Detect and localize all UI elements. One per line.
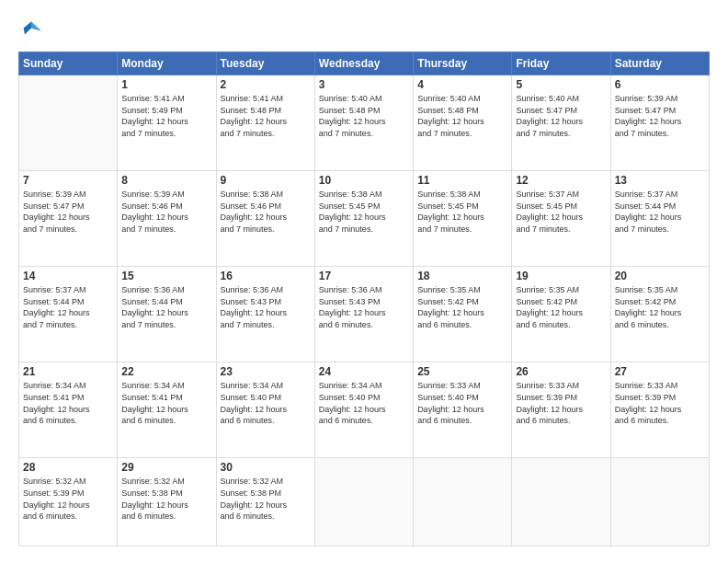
calendar-cell: 24Sunrise: 5:34 AM Sunset: 5:40 PM Dayli… (314, 362, 413, 458)
calendar-cell: 9Sunrise: 5:38 AM Sunset: 5:46 PM Daylig… (216, 171, 314, 267)
calendar-cell (314, 458, 413, 546)
day-info: Sunrise: 5:40 AM Sunset: 5:48 PM Dayligh… (319, 93, 409, 139)
day-info: Sunrise: 5:35 AM Sunset: 5:42 PM Dayligh… (417, 284, 507, 330)
day-info: Sunrise: 5:37 AM Sunset: 5:45 PM Dayligh… (516, 189, 606, 235)
day-number: 22 (121, 365, 211, 378)
calendar-cell (610, 458, 709, 546)
day-info: Sunrise: 5:34 AM Sunset: 5:41 PM Dayligh… (23, 380, 113, 426)
day-info: Sunrise: 5:34 AM Sunset: 5:41 PM Dayligh… (121, 380, 211, 426)
day-info: Sunrise: 5:33 AM Sunset: 5:40 PM Dayligh… (417, 380, 507, 426)
day-number: 27 (615, 365, 705, 378)
calendar-cell: 6Sunrise: 5:39 AM Sunset: 5:47 PM Daylig… (610, 75, 709, 171)
day-number: 3 (319, 78, 409, 91)
day-number: 2 (221, 78, 311, 91)
day-number: 19 (516, 270, 606, 282)
calendar-cell: 22Sunrise: 5:34 AM Sunset: 5:41 PM Dayli… (118, 362, 216, 458)
day-info: Sunrise: 5:39 AM Sunset: 5:47 PM Dayligh… (23, 189, 113, 235)
weekday-header-wednesday: Wednesday (314, 52, 413, 75)
day-number: 23 (221, 365, 311, 378)
weekday-header-thursday: Thursday (414, 52, 512, 75)
day-number: 9 (221, 174, 311, 187)
weekday-header-saturday: Saturday (610, 52, 709, 75)
day-number: 24 (319, 365, 409, 378)
day-number: 14 (23, 270, 113, 282)
day-number: 17 (319, 270, 409, 282)
calendar-cell: 21Sunrise: 5:34 AM Sunset: 5:41 PM Dayli… (19, 362, 118, 458)
calendar-cell: 5Sunrise: 5:40 AM Sunset: 5:47 PM Daylig… (512, 75, 610, 171)
day-number: 5 (516, 78, 606, 91)
day-info: Sunrise: 5:41 AM Sunset: 5:48 PM Dayligh… (221, 93, 311, 139)
weekday-header-friday: Friday (512, 52, 610, 75)
svg-marker-1 (31, 22, 41, 31)
day-info: Sunrise: 5:35 AM Sunset: 5:42 PM Dayligh… (516, 284, 606, 330)
calendar-week-4: 21Sunrise: 5:34 AM Sunset: 5:41 PM Dayli… (19, 362, 710, 458)
day-info: Sunrise: 5:36 AM Sunset: 5:43 PM Dayligh… (221, 284, 311, 330)
weekday-header-tuesday: Tuesday (216, 52, 314, 75)
calendar-cell: 11Sunrise: 5:38 AM Sunset: 5:45 PM Dayli… (414, 171, 512, 267)
calendar-cell: 14Sunrise: 5:37 AM Sunset: 5:44 PM Dayli… (19, 267, 118, 362)
calendar-cell (414, 458, 512, 546)
day-info: Sunrise: 5:41 AM Sunset: 5:49 PM Dayligh… (121, 93, 211, 139)
header (18, 17, 710, 42)
day-info: Sunrise: 5:37 AM Sunset: 5:44 PM Dayligh… (615, 189, 705, 235)
calendar-cell: 26Sunrise: 5:33 AM Sunset: 5:39 PM Dayli… (512, 362, 610, 458)
calendar-cell: 18Sunrise: 5:35 AM Sunset: 5:42 PM Dayli… (414, 267, 512, 362)
calendar-cell: 30Sunrise: 5:32 AM Sunset: 5:38 PM Dayli… (216, 458, 314, 546)
day-info: Sunrise: 5:33 AM Sunset: 5:39 PM Dayligh… (516, 380, 606, 426)
day-info: Sunrise: 5:36 AM Sunset: 5:44 PM Dayligh… (121, 284, 211, 330)
day-number: 1 (121, 78, 211, 91)
calendar-cell: 15Sunrise: 5:36 AM Sunset: 5:44 PM Dayli… (118, 267, 216, 362)
day-number: 28 (23, 461, 113, 474)
calendar-week-3: 14Sunrise: 5:37 AM Sunset: 5:44 PM Dayli… (19, 267, 710, 362)
logo (18, 17, 48, 42)
day-info: Sunrise: 5:34 AM Sunset: 5:40 PM Dayligh… (319, 380, 409, 426)
day-info: Sunrise: 5:32 AM Sunset: 5:39 PM Dayligh… (23, 476, 113, 522)
day-number: 26 (516, 365, 606, 378)
calendar-cell: 19Sunrise: 5:35 AM Sunset: 5:42 PM Dayli… (512, 267, 610, 362)
day-number: 10 (319, 174, 409, 187)
calendar-cell: 10Sunrise: 5:38 AM Sunset: 5:45 PM Dayli… (314, 171, 413, 267)
day-number: 8 (121, 174, 211, 187)
day-info: Sunrise: 5:37 AM Sunset: 5:44 PM Dayligh… (23, 284, 113, 330)
calendar-cell: 29Sunrise: 5:32 AM Sunset: 5:38 PM Dayli… (118, 458, 216, 546)
day-number: 29 (121, 461, 211, 474)
calendar-cell: 7Sunrise: 5:39 AM Sunset: 5:47 PM Daylig… (19, 171, 118, 267)
day-number: 13 (615, 174, 705, 187)
day-number: 21 (23, 365, 113, 378)
day-number: 4 (417, 78, 507, 91)
day-number: 18 (417, 270, 507, 282)
calendar-cell: 4Sunrise: 5:40 AM Sunset: 5:48 PM Daylig… (414, 75, 512, 171)
calendar-cell: 1Sunrise: 5:41 AM Sunset: 5:49 PM Daylig… (118, 75, 216, 171)
calendar-cell: 28Sunrise: 5:32 AM Sunset: 5:39 PM Dayli… (19, 458, 118, 546)
calendar-week-1: 1Sunrise: 5:41 AM Sunset: 5:49 PM Daylig… (19, 75, 710, 171)
calendar-cell: 17Sunrise: 5:36 AM Sunset: 5:43 PM Dayli… (314, 267, 413, 362)
day-info: Sunrise: 5:36 AM Sunset: 5:43 PM Dayligh… (319, 284, 409, 330)
calendar-table: SundayMondayTuesdayWednesdayThursdayFrid… (18, 52, 710, 546)
day-number: 30 (221, 461, 311, 474)
day-info: Sunrise: 5:39 AM Sunset: 5:47 PM Dayligh… (615, 93, 705, 139)
day-info: Sunrise: 5:40 AM Sunset: 5:47 PM Dayligh… (516, 93, 606, 139)
calendar-cell: 8Sunrise: 5:39 AM Sunset: 5:46 PM Daylig… (118, 171, 216, 267)
weekday-header-row: SundayMondayTuesdayWednesdayThursdayFrid… (19, 52, 710, 75)
day-number: 7 (23, 174, 113, 187)
day-number: 20 (615, 270, 705, 282)
calendar-cell: 2Sunrise: 5:41 AM Sunset: 5:48 PM Daylig… (216, 75, 314, 171)
calendar-cell: 12Sunrise: 5:37 AM Sunset: 5:45 PM Dayli… (512, 171, 610, 267)
day-info: Sunrise: 5:34 AM Sunset: 5:40 PM Dayligh… (221, 380, 311, 426)
day-info: Sunrise: 5:33 AM Sunset: 5:39 PM Dayligh… (615, 380, 705, 426)
day-info: Sunrise: 5:38 AM Sunset: 5:45 PM Dayligh… (417, 189, 507, 235)
day-number: 6 (615, 78, 705, 91)
calendar-cell (19, 75, 118, 171)
calendar-cell: 27Sunrise: 5:33 AM Sunset: 5:39 PM Dayli… (610, 362, 709, 458)
day-info: Sunrise: 5:32 AM Sunset: 5:38 PM Dayligh… (221, 476, 311, 522)
day-number: 12 (516, 174, 606, 187)
calendar-cell: 13Sunrise: 5:37 AM Sunset: 5:44 PM Dayli… (610, 171, 709, 267)
day-info: Sunrise: 5:40 AM Sunset: 5:48 PM Dayligh… (417, 93, 507, 139)
day-info: Sunrise: 5:35 AM Sunset: 5:42 PM Dayligh… (615, 284, 705, 330)
calendar-cell: 3Sunrise: 5:40 AM Sunset: 5:48 PM Daylig… (314, 75, 413, 171)
logo-icon (18, 17, 44, 42)
day-info: Sunrise: 5:39 AM Sunset: 5:46 PM Dayligh… (121, 189, 211, 235)
weekday-header-sunday: Sunday (19, 52, 118, 75)
day-info: Sunrise: 5:32 AM Sunset: 5:38 PM Dayligh… (121, 476, 211, 522)
day-number: 11 (417, 174, 507, 187)
